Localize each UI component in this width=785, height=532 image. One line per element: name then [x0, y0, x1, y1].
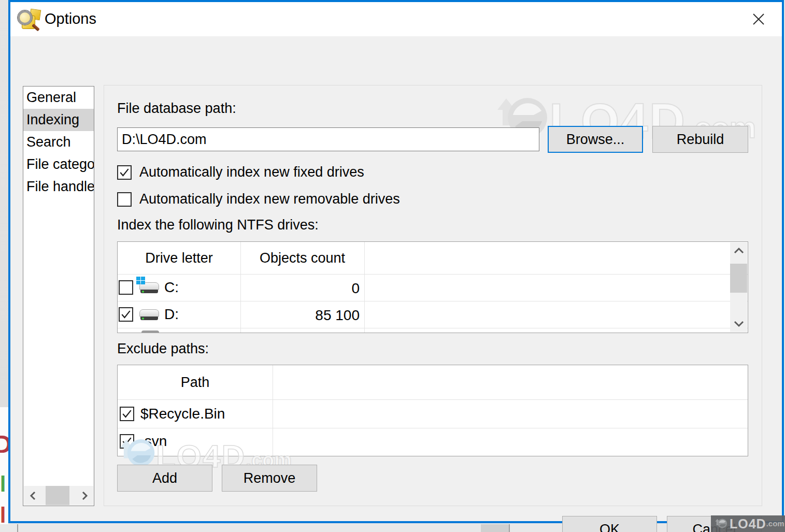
exclude-recycle-checkbox[interactable]: [120, 407, 134, 421]
sidebar-item-file-handlers[interactable]: File handle: [23, 176, 94, 198]
scrollbar-thumb[interactable]: [46, 486, 69, 505]
browse-button[interactable]: Browse...: [548, 126, 643, 153]
exclude-paths-table: Path $Recycle.Bin .svn: [117, 365, 748, 456]
background-letter: D: [0, 432, 8, 457]
category-listbox: General Indexing Search File catego File…: [23, 86, 94, 506]
checkmark-icon: [120, 308, 132, 321]
sidebar-item-general[interactable]: General: [23, 87, 94, 109]
background-divider: [17, 524, 18, 532]
background-letter: il: [0, 473, 6, 495]
scroll-up-icon[interactable]: [730, 242, 747, 259]
drives-table: Drive letter Objects count C: 0: [117, 241, 748, 333]
auto-fixed-drives-row: Automatically index new fixed drives: [117, 164, 364, 180]
file-database-path-label: File database path:: [117, 100, 236, 117]
window-title: Options: [45, 10, 96, 27]
windows-logo-icon: [136, 277, 145, 284]
options-dialog: Options LO4D .com: [8, 0, 784, 523]
scroll-down-icon[interactable]: [730, 315, 747, 332]
drive-c-checkbox[interactable]: [119, 280, 133, 295]
drive-row-d[interactable]: D:: [119, 301, 240, 328]
scrollbar-thumb[interactable]: [730, 264, 747, 293]
listbox-horizontal-scrollbar[interactable]: [24, 486, 93, 505]
drive-row-c[interactable]: C:: [119, 274, 240, 301]
screen: D il Il Options: [0, 0, 785, 532]
checkmark-icon: [121, 408, 133, 420]
column-header-drive-letter[interactable]: Drive letter: [118, 242, 240, 274]
drive-d-checkbox[interactable]: [119, 307, 133, 322]
checkmark-icon: [118, 166, 131, 179]
app-search-icon: [18, 7, 41, 31]
column-header-path[interactable]: Path: [118, 365, 273, 399]
background-block: [481, 524, 510, 532]
column-header-objects-count[interactable]: Objects count: [240, 242, 364, 274]
sidebar-item-indexing[interactable]: Indexing: [23, 109, 94, 131]
ok-button[interactable]: OK: [562, 516, 657, 532]
brand-text: LO4D: [730, 517, 766, 530]
ntfs-drives-label: Index the following NTFS drives:: [117, 217, 319, 233]
drive-letter: C:: [164, 279, 179, 296]
sidebar-item-file-categories[interactable]: File catego: [23, 153, 94, 176]
background-left-lower: D il Il: [0, 407, 8, 532]
exclude-path-value: $Recycle.Bin: [140, 406, 225, 422]
auto-removable-drives-row: Automatically index new removable drives: [117, 191, 400, 207]
title-bar[interactable]: Options: [10, 2, 782, 36]
auto-removable-drives-checkbox[interactable]: [117, 192, 132, 207]
remove-button[interactable]: Remove: [222, 465, 317, 492]
close-icon: [751, 12, 766, 26]
dialog-client-area: LO4D .com General Indexing Search File c…: [10, 36, 782, 521]
close-button[interactable]: [745, 7, 772, 31]
system-drive-icon: [138, 280, 160, 295]
background-letter: Il: [0, 505, 6, 526]
add-button[interactable]: Add: [117, 465, 212, 492]
auto-fixed-drives-checkbox[interactable]: [117, 165, 132, 180]
exclude-svn-checkbox[interactable]: [120, 434, 134, 449]
brand-suffix: .com: [766, 520, 784, 528]
objects-count-value: 0: [242, 280, 360, 297]
scroll-right-icon[interactable]: [76, 486, 93, 505]
sidebar-item-search[interactable]: Search: [23, 131, 94, 153]
auto-fixed-drives-label: Automatically index new fixed drives: [139, 164, 364, 180]
drive-letter: D:: [164, 306, 179, 323]
checkmark-icon: [121, 435, 133, 448]
scroll-left-icon[interactable]: [24, 486, 41, 505]
exclude-paths-label: Exclude paths:: [117, 341, 209, 357]
partial-drive-row: [141, 330, 159, 333]
auto-removable-drives-label: Automatically index new removable drives: [139, 191, 400, 207]
drives-table-scrollbar[interactable]: [730, 242, 747, 332]
lo4d-brand-bar: LO4D .com: [711, 515, 785, 532]
exclude-row-svn[interactable]: .svn: [120, 428, 272, 455]
exclude-path-value: .svn: [140, 433, 167, 450]
rebuild-button[interactable]: Rebuild: [652, 126, 748, 153]
drive-icon: [138, 307, 160, 322]
objects-count-value: 85 100: [242, 307, 360, 324]
file-database-path-input[interactable]: [117, 127, 539, 151]
exclude-row-recycle-bin[interactable]: $Recycle.Bin: [120, 399, 272, 428]
lo4d-logo-icon: [714, 517, 727, 530]
